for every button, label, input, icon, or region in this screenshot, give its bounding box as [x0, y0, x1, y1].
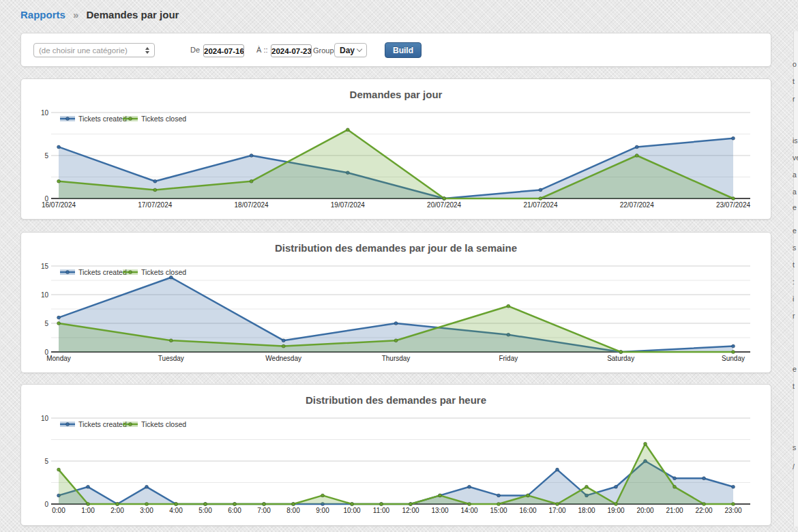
svg-text:Friday: Friday	[499, 355, 518, 362]
svg-text:7:00: 7:00	[257, 507, 271, 514]
right-edge-text-fragment: /	[793, 462, 798, 471]
breadcrumb-separator-icon: »	[73, 9, 78, 20]
svg-text:Sunday: Sunday	[722, 355, 745, 362]
right-edge-text-fragment: s	[793, 443, 798, 452]
breadcrumb-link-rapports[interactable]: Rapports	[20, 9, 65, 20]
svg-text:5: 5	[44, 458, 48, 465]
svg-text:Tickets created: Tickets created	[78, 115, 127, 123]
filter-bar: (de choisir une catégorie) De À :: Group…	[20, 33, 771, 67]
right-edge-text-fragment: t	[793, 261, 798, 269]
page-title: Demandes par jour	[87, 9, 179, 20]
right-edge-text-fragment: e	[793, 365, 798, 373]
svg-text:17/07/2024: 17/07/2024	[138, 201, 172, 209]
svg-text:15:00: 15:00	[490, 507, 507, 514]
chart-card-weekday: Distribution des demandes par jour de la…	[20, 232, 771, 373]
chevron-down-icon	[357, 46, 362, 52]
svg-text:22:00: 22:00	[695, 507, 712, 514]
right-edge-text-fragment: r	[793, 312, 798, 320]
svg-text:20:00: 20:00	[636, 507, 653, 514]
from-label: De	[190, 46, 200, 54]
svg-text:Tickets closed: Tickets closed	[141, 268, 186, 276]
svg-text:Tickets closed: Tickets closed	[141, 115, 186, 123]
hourly-tickets-area-chart: 05100:001:002:003:004:005:006:007:008:00…	[21, 411, 768, 518]
to-label: À ::	[256, 46, 268, 54]
right-edge-text-fragment: t	[793, 77, 798, 85]
svg-text:19/07/2024: 19/07/2024	[331, 201, 365, 209]
chart-title-weekday: Distribution des demandes par jour de la…	[21, 233, 771, 254]
chart-title-daily: Demandes par jour	[21, 79, 771, 100]
right-edge-text-fragment: :	[793, 278, 798, 286]
svg-text:Saturday: Saturday	[607, 355, 634, 362]
svg-text:5: 5	[44, 320, 48, 327]
right-edge-text-fragment: is	[793, 136, 798, 145]
svg-text:3:00: 3:00	[140, 507, 153, 514]
svg-text:16/07/2024: 16/07/2024	[42, 201, 76, 209]
svg-text:21:00: 21:00	[666, 507, 683, 514]
right-edge-text-fragment: s	[793, 243, 798, 252]
svg-text:18/07/2024: 18/07/2024	[235, 201, 269, 209]
chart-card-hourly: Distribution des demandes par heure 0510…	[20, 384, 771, 526]
right-edge-text-fragment: i	[793, 295, 798, 303]
svg-text:0:00: 0:00	[52, 507, 65, 514]
select-stepper-icon	[145, 47, 149, 54]
svg-text:Tickets closed: Tickets closed	[141, 420, 186, 428]
chart-title-hourly: Distribution des demandes par heure	[21, 385, 771, 406]
group-by-select-value: Day	[340, 46, 355, 55]
right-edge-text-fragment: e	[793, 203, 798, 211]
svg-text:Wednesday: Wednesday	[265, 355, 301, 362]
svg-text:10: 10	[41, 415, 49, 422]
right-edge-text-fragment: ve	[793, 153, 798, 162]
svg-text:Monday: Monday	[46, 355, 71, 362]
svg-text:19:00: 19:00	[607, 507, 624, 514]
svg-text:13:00: 13:00	[431, 507, 448, 514]
svg-text:10: 10	[41, 109, 49, 117]
svg-text:20/07/2024: 20/07/2024	[427, 201, 461, 209]
svg-text:22/07/2024: 22/07/2024	[620, 201, 654, 209]
svg-text:1:00: 1:00	[81, 507, 95, 514]
svg-text:14:00: 14:00	[460, 507, 477, 514]
svg-text:Thursday: Thursday	[382, 355, 411, 362]
group-by-select[interactable]: Day	[334, 43, 367, 57]
svg-text:23/07/2024: 23/07/2024	[716, 201, 750, 209]
svg-text:23:00: 23:00	[724, 507, 741, 514]
svg-text:10: 10	[41, 291, 49, 299]
svg-text:10:00: 10:00	[343, 507, 360, 514]
svg-text:9:00: 9:00	[316, 507, 329, 514]
right-edge-text-fragment: t	[793, 382, 798, 390]
svg-text:Tickets created: Tickets created	[78, 420, 127, 428]
svg-text:0: 0	[44, 501, 48, 508]
from-date-input[interactable]	[203, 44, 244, 57]
category-select[interactable]: (de choisir une catégorie)	[33, 43, 155, 57]
svg-text:Tuesday: Tuesday	[158, 355, 184, 362]
svg-text:Tickets created: Tickets created	[78, 268, 127, 276]
build-button[interactable]: Build	[385, 42, 422, 58]
svg-text:11:00: 11:00	[373, 507, 390, 514]
svg-text:15: 15	[41, 263, 49, 270]
category-select-value: (de choisir une catégorie)	[39, 46, 128, 55]
right-edge-text-fragment: a	[793, 188, 798, 196]
svg-text:5: 5	[44, 152, 48, 160]
svg-text:18:00: 18:00	[578, 507, 595, 514]
svg-text:4:00: 4:00	[169, 507, 183, 514]
right-edge-text-fragment: a	[793, 171, 798, 179]
svg-text:8:00: 8:00	[286, 507, 300, 514]
to-date-input[interactable]	[271, 44, 312, 57]
chart-card-daily: Demandes par jour 051016/07/202417/07/20…	[20, 78, 771, 220]
right-edge-text-fragment: r	[793, 95, 798, 103]
svg-text:12:00: 12:00	[402, 507, 419, 514]
svg-text:5:00: 5:00	[198, 507, 212, 514]
svg-text:16:00: 16:00	[519, 507, 536, 514]
right-edge-text-fragment: o	[793, 60, 798, 68]
right-edge-text-fragment: e	[793, 226, 798, 235]
svg-text:6:00: 6:00	[228, 507, 241, 514]
svg-text:17:00: 17:00	[548, 507, 565, 514]
svg-text:21/07/2024: 21/07/2024	[523, 201, 557, 209]
weekday-tickets-area-chart: 051015MondayTuesdayWednesdayThursdayFrid…	[21, 259, 768, 366]
daily-tickets-area-chart: 051016/07/202417/07/202418/07/202419/07/…	[21, 106, 768, 212]
svg-text:2:00: 2:00	[110, 507, 124, 514]
breadcrumb: Rapports » Demandes par jour	[20, 9, 179, 20]
